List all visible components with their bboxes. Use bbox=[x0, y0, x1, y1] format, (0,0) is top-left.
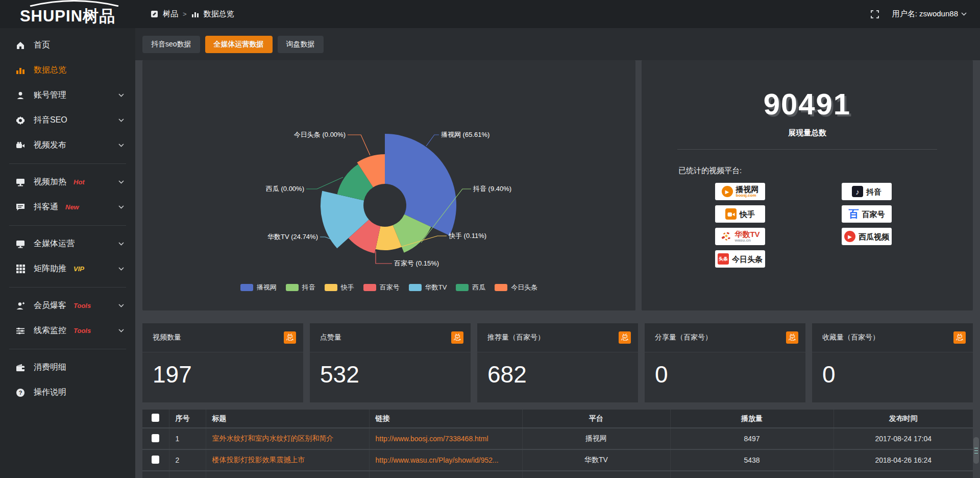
sidebar-item-member-baoke[interactable]: 会员爆客Tools bbox=[0, 293, 135, 318]
grid-icon bbox=[15, 265, 26, 273]
breadcrumb-root[interactable]: 树品 bbox=[163, 9, 178, 19]
chevron-down-icon bbox=[118, 118, 124, 122]
legend-item-西瓜[interactable]: 西瓜 bbox=[456, 283, 485, 292]
breadcrumb-current: 数据总览 bbox=[204, 9, 234, 19]
sidebar-item-label: 首页 bbox=[34, 40, 50, 51]
column-header-序号: 序号 bbox=[169, 410, 206, 428]
select-all-cell bbox=[142, 410, 169, 428]
table-row-partial bbox=[142, 471, 973, 478]
row-checkbox[interactable] bbox=[152, 456, 159, 464]
stat-cards-row: 视频数量总197点赞量总532推荐量（百家号）总682分享量（百家号）总0收藏量… bbox=[142, 323, 973, 402]
legend-item-百家号[interactable]: 百家号 bbox=[363, 283, 400, 292]
video-title-link[interactable]: 楼体投影灯投影效果震撼上市 bbox=[212, 456, 305, 464]
sidebar-item-video-publish[interactable]: 视频发布 bbox=[0, 133, 135, 158]
sidebar-item-video-heat[interactable]: 视频加热Hot bbox=[0, 170, 135, 195]
row-views: 5438 bbox=[670, 449, 834, 471]
sidebar-item-label: 消费明细 bbox=[34, 362, 66, 373]
pie-chart-panel: 播视网 (65.61%)抖音 (9.40%)快手 (0.11%)百家号 (0.1… bbox=[142, 60, 635, 310]
total-badge: 总 bbox=[619, 331, 631, 344]
video-url-link[interactable]: http://www.wasu.cn/Play/show/id/952... bbox=[376, 456, 499, 464]
platform-badge-西瓜视频: ▶西瓜视频 bbox=[842, 228, 892, 245]
sidebar-item-operation-guide[interactable]: ?操作说明 bbox=[0, 380, 135, 405]
summary-panel: 90491 展现量总数 已统计的视频平台: ▶播视网boosj.com快手华数T… bbox=[642, 60, 973, 310]
sidebar-item-label: 数据总览 bbox=[34, 65, 66, 76]
select-all-checkbox[interactable] bbox=[152, 414, 159, 422]
platform-name: 播视网 bbox=[736, 185, 759, 193]
legend-label: 华数TV bbox=[425, 283, 447, 292]
column-header-播放量: 播放量 bbox=[670, 410, 834, 428]
row-index: 1 bbox=[169, 428, 206, 449]
question-icon: ? bbox=[15, 388, 26, 397]
row-platform: 播视网 bbox=[522, 428, 670, 449]
tab-strip: 抖音seo数据全媒体运营数据询盘数据 bbox=[135, 28, 980, 60]
legend-item-播视网[interactable]: 播视网 bbox=[240, 283, 277, 292]
sidebar-item-douketong[interactable]: 抖客通New bbox=[0, 195, 135, 220]
row-select-cell bbox=[142, 428, 169, 449]
sidebar-item-data-overview[interactable]: 数据总览 bbox=[0, 58, 135, 83]
user-menu[interactable]: 用户名: zswodun88 bbox=[892, 9, 967, 19]
pie-svg: 播视网 (65.61%)抖音 (9.40%)快手 (0.11%)百家号 (0.1… bbox=[142, 60, 635, 280]
video-title-link[interactable]: 室外水纹灯和室内水纹灯的区别和简介 bbox=[212, 434, 334, 442]
stat-card-value: 682 bbox=[477, 352, 638, 388]
legend-label: 播视网 bbox=[257, 283, 277, 292]
douyin-logo-icon: ♪ bbox=[852, 186, 863, 197]
pie-label-line bbox=[348, 135, 370, 155]
stat-card-header: 分享量（百家号）总 bbox=[645, 323, 805, 352]
column-header-发布时间: 发布时间 bbox=[834, 410, 973, 428]
sidebar-item-media-operation[interactable]: 全媒体运营 bbox=[0, 231, 135, 256]
video-icon bbox=[15, 141, 26, 150]
logo-area: SHUPIN树品 bbox=[0, 0, 135, 28]
tab-douyin-seo-data[interactable]: 抖音seo数据 bbox=[142, 36, 200, 53]
legend-item-今日头条[interactable]: 今日头条 bbox=[495, 283, 537, 292]
platform-name: 快手 bbox=[740, 210, 755, 218]
sidebar-item-label: 线索监控 bbox=[34, 325, 66, 336]
row-platform: 华数TV bbox=[522, 449, 670, 471]
platform-badge-grid: ▶播视网boosj.com快手华数TVwasu.cn头条今日头条♪抖音百百家号▶… bbox=[715, 183, 973, 268]
pie-label-百家号: 百家号 (0.15%) bbox=[394, 259, 439, 267]
chart-legend: 播视网抖音快手百家号华数TV西瓜今日头条 bbox=[142, 283, 635, 292]
breadcrumb: 树品 > 数据总览 bbox=[151, 9, 234, 19]
sidebar-item-account-manage[interactable]: 账号管理 bbox=[0, 83, 135, 108]
legend-swatch bbox=[495, 284, 507, 291]
sidebar-item-matrix-boost[interactable]: 矩阵助推VIP bbox=[0, 256, 135, 281]
pie-label-华数TV: 华数TV (24.74%) bbox=[267, 233, 318, 241]
sidebar-item-label: 会员爆客 bbox=[34, 300, 66, 311]
tab-media-operation-data[interactable]: 全媒体运营数据 bbox=[205, 36, 273, 53]
fullscreen-icon[interactable] bbox=[871, 10, 879, 18]
stat-card-label: 视频数量 bbox=[153, 333, 181, 342]
sidebar-item-home[interactable]: 首页 bbox=[0, 33, 135, 58]
app-root: SHUPIN树品 树品 > 数据总览 用户名: zswodun88 首页数据总览… bbox=[0, 0, 980, 478]
platform-name: 抖音 bbox=[866, 188, 881, 196]
total-badge: 总 bbox=[786, 331, 798, 344]
sidebar-item-badge: New bbox=[65, 203, 79, 211]
sidebar-item-consume-detail[interactable]: 消费明细 bbox=[0, 355, 135, 380]
sidebar-item-clue-monitor[interactable]: 线索监控Tools bbox=[0, 318, 135, 343]
platform-subtitle: boosj.com bbox=[736, 194, 756, 198]
stat-card-header: 推荐量（百家号）总 bbox=[477, 323, 638, 352]
svg-text:?: ? bbox=[19, 390, 22, 396]
platform-badge-播视网: ▶播视网boosj.com bbox=[715, 183, 765, 200]
tab-inquiry-data[interactable]: 询盘数据 bbox=[278, 36, 324, 53]
legend-swatch bbox=[409, 284, 422, 291]
legend-swatch bbox=[240, 284, 253, 291]
pie-label-播视网: 播视网 (65.61%) bbox=[441, 131, 489, 138]
sidebar: 首页数据总览账号管理抖音SEO视频发布视频加热Hot抖客通New全媒体运营矩阵助… bbox=[0, 28, 135, 478]
stat-card-header: 视频数量总 bbox=[142, 323, 303, 352]
stat-card-label: 收藏量（百家号） bbox=[822, 333, 879, 342]
scrollbar-thumb[interactable] bbox=[973, 437, 979, 464]
platform-name: 西瓜视频 bbox=[859, 233, 889, 241]
legend-item-抖音[interactable]: 抖音 bbox=[286, 283, 315, 292]
row-views: 8497 bbox=[670, 428, 834, 449]
platforms-label: 已统计的视频平台: bbox=[678, 166, 973, 176]
total-badge: 总 bbox=[451, 331, 463, 344]
total-badge: 总 bbox=[953, 331, 966, 344]
sidebar-item-douyin-seo[interactable]: 抖音SEO bbox=[0, 108, 135, 133]
row-checkbox[interactable] bbox=[152, 434, 159, 442]
legend-item-快手[interactable]: 快手 bbox=[325, 283, 354, 292]
sidebar-item-label: 账号管理 bbox=[34, 90, 66, 101]
pie-label-西瓜: 西瓜 (0.00%) bbox=[266, 185, 304, 193]
stat-card-header: 收藏量（百家号）总 bbox=[812, 323, 973, 352]
legend-item-华数TV[interactable]: 华数TV bbox=[409, 283, 447, 292]
video-url-link[interactable]: http://www.boosj.com/7338468.html bbox=[376, 435, 488, 443]
pie-slice-播视网[interactable] bbox=[385, 134, 456, 235]
